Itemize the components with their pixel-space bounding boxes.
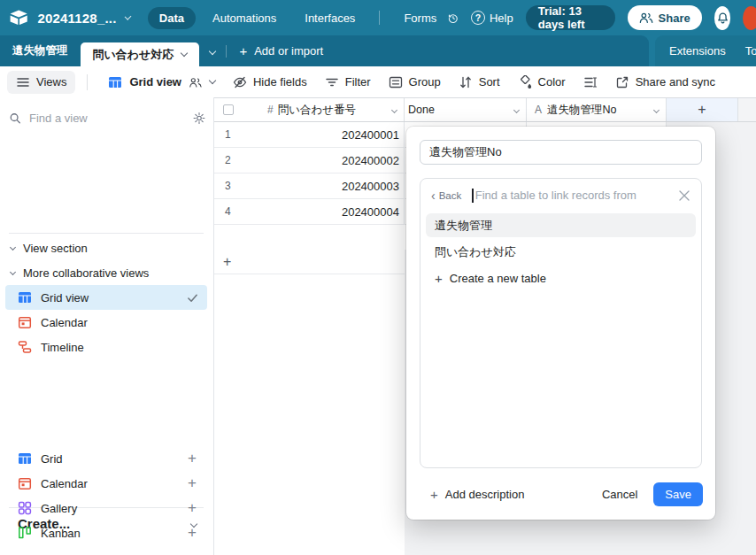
add-row-button[interactable]: + [214,250,405,274]
nav-tab-forms[interactable]: Forms [392,7,448,29]
filter-label: Filter [345,75,371,89]
share-button[interactable]: Share [628,5,702,30]
toolbar-divider [87,74,88,90]
sort-button[interactable]: Sort [450,71,509,94]
sort-label: Sort [479,75,500,89]
help-button[interactable]: ? Help [471,11,513,25]
list-item-table[interactable]: 遺失物管理 [426,213,696,237]
nav-tab-data[interactable]: Data [148,7,196,29]
grid-view-label: Grid view [129,75,181,89]
column-header-done[interactable]: Done [405,98,527,121]
field-name-input[interactable] [420,140,702,165]
grid-view-icon [18,451,32,466]
save-button[interactable]: Save [653,482,703,506]
link-table-search-input[interactable] [475,189,678,202]
add-description-button[interactable]: + Add description [430,488,524,501]
trial-badge[interactable]: Trial: 13 days left [526,5,615,30]
modal-footer: + Add description Cancel Save [406,469,715,520]
back-label: Back [439,190,462,201]
chevron-down-icon[interactable] [513,106,520,112]
group-button[interactable]: Group [380,71,450,94]
plus-icon[interactable]: + [188,474,197,492]
create-calendar-row[interactable]: Calendar + [18,472,197,495]
search-icon [9,112,21,125]
back-button[interactable]: ‹ Back [431,189,461,202]
create-new-table-button[interactable]: + Create a new table [426,266,696,290]
hide-fields-button[interactable]: Hide fields [224,71,316,94]
table-tabbar: 遺失物管理 問い合わせ対応 + Add or import Extensions… [0,35,756,66]
app-window: 20241128_... Data Automations Interfaces… [0,0,756,555]
select-all-checkbox[interactable] [223,104,234,115]
nav-tab-automations[interactable]: Automations [201,7,288,29]
tools-button[interactable]: Tools [745,44,756,58]
cell-value[interactable]: 202400003 [342,180,404,193]
sidebar-view-timeline[interactable]: Timeline [5,335,207,359]
table-tab-toiawase-active[interactable]: 問い合わせ対応 [81,42,200,66]
views-button[interactable]: Views [7,71,75,94]
views-sidebar: View section More collaborative views Gr… [0,97,214,555]
filter-button[interactable]: Filter [316,71,380,94]
plus-icon[interactable]: + [188,524,197,542]
number-field-icon: # [267,104,274,116]
create-grid-row[interactable]: Grid + [18,447,197,470]
chevron-down-icon [10,244,16,251]
table-tab-ishitsubutsu[interactable]: 遺失物管理 [0,35,81,66]
extensions-button[interactable]: Extensions [669,44,726,58]
add-or-import-button[interactable]: + Add or import [227,35,336,66]
column-header-link[interactable]: A 遺失物管理No [527,98,667,121]
gear-icon[interactable] [193,112,205,125]
table-name: 問い合わせ対応 [435,244,516,260]
column-header-primary[interactable]: # 問い合わせ番号 [214,98,405,121]
plus-icon: + [430,488,438,501]
create-item-label: Gallery [41,502,77,515]
create-kanban-row[interactable]: Kanban + [18,521,197,544]
kanban-icon [18,526,32,540]
plus-icon: + [239,44,247,58]
sidebar-view-calendar[interactable]: Calendar [5,310,207,335]
view-search-input[interactable] [29,112,185,125]
cell-value[interactable]: 202400004 [342,205,404,219]
filter-icon [325,75,339,89]
color-label: Color [538,75,566,89]
grid-header-row: # 問い合わせ番号 Done A 遺失物管理No + [214,97,756,122]
link-table-search-row: ‹ Back [420,179,701,212]
add-column-button[interactable]: + [667,98,738,121]
create-item-label: Grid [41,452,63,466]
bell-icon [716,12,729,25]
text-cursor [472,189,474,203]
base-title-chevron-icon[interactable] [124,13,131,20]
sidebar-view-grid[interactable]: Grid view [5,285,207,310]
chevron-down-icon[interactable] [653,106,660,112]
column-label: 問い合わせ番号 [278,103,356,118]
view-label: Timeline [41,341,84,354]
row-height-button[interactable] [575,71,606,94]
view-label: Calendar [41,316,88,329]
section-more-collaborative-views[interactable]: More collaborative views [11,266,149,280]
calendar-icon [18,476,32,490]
user-avatar[interactable] [743,6,756,30]
plus-icon[interactable]: + [188,499,197,517]
chevron-down-icon [209,77,216,84]
plus-icon[interactable]: + [188,450,197,467]
cancel-button[interactable]: Cancel [593,482,646,506]
create-gallery-row[interactable]: Gallery + [18,497,197,520]
chevron-down-icon[interactable] [391,106,397,112]
section-view-section[interactable]: View section [11,242,88,255]
topbar-nav: Data Automations Interfaces Forms [148,7,448,29]
share-and-sync-button[interactable]: Share and sync [606,71,724,94]
share-sync-icon [615,75,629,89]
grid-view-switcher[interactable]: Grid view [99,71,224,94]
table-list-chevron-button[interactable] [199,35,226,66]
people-icon [639,12,653,24]
link-table-list: 遺失物管理 問い合わせ対応 + Create a new table [420,212,701,295]
close-icon[interactable] [678,189,690,202]
cell-value[interactable]: 202400002 [342,154,404,167]
cell-value[interactable]: 202400001 [342,128,404,142]
color-button[interactable]: Color [509,71,575,94]
base-title[interactable]: 20241128_... [37,11,116,26]
nav-tab-interfaces[interactable]: Interfaces [293,7,366,29]
history-icon[interactable] [448,11,459,26]
timeline-icon [18,340,32,354]
notifications-button[interactable] [714,6,731,30]
list-item-table[interactable]: 問い合わせ対応 [426,240,696,264]
